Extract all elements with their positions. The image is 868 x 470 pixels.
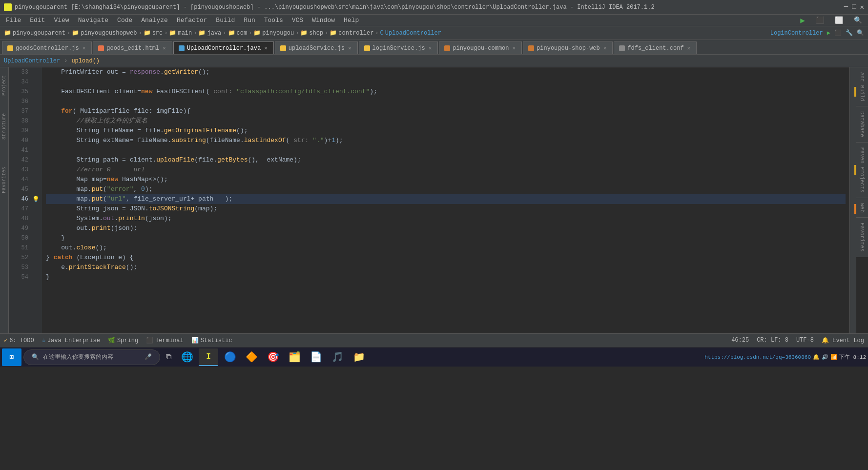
menu-tools[interactable]: Tools: [260, 16, 287, 25]
tab-pinyougou-common[interactable]: pinyougou-common ✕: [439, 41, 522, 54]
breadcrumb-shop[interactable]: 📁 shop: [300, 29, 323, 37]
line-num-40: 40: [9, 136, 28, 145]
code-line-34: [46, 77, 846, 87]
breadcrumb-search-btn[interactable]: 🔍: [857, 29, 864, 37]
project-panel-label[interactable]: Project: [1, 71, 7, 100]
code-line-37: for( MultipartFile file: imgFile){: [46, 106, 846, 116]
menu-vcs[interactable]: VCS: [288, 16, 307, 25]
toolbar-debug-icon[interactable]: ⬛: [812, 15, 828, 25]
statistic-status[interactable]: 📊 Statistic: [191, 337, 232, 344]
todo-status[interactable]: ✓ 6: TODO: [4, 337, 34, 344]
taskbar-app5[interactable]: 🗂️: [285, 348, 304, 366]
breadcrumb-class[interactable]: C UploadController: [380, 30, 441, 37]
menu-run[interactable]: Run: [240, 16, 259, 25]
scroll-area[interactable]: [849, 67, 856, 333]
ant-build-panel[interactable]: Ant Build: [856, 67, 868, 106]
breadcrumb-com[interactable]: 📁 com: [228, 29, 248, 37]
menu-file[interactable]: File: [2, 16, 25, 25]
taskbar-url[interactable]: https://blog.csdn.net/qq=36360860: [704, 354, 811, 360]
menu-build[interactable]: Build: [212, 16, 239, 25]
taskbar-app6[interactable]: 📄: [306, 348, 326, 366]
breadcrumb-src[interactable]: 📁 src: [144, 29, 163, 37]
taskbar-app7[interactable]: 🎵: [328, 348, 347, 366]
taskbar-network-icon[interactable]: 📶: [830, 354, 837, 360]
toolbar-run-icon[interactable]: ▶: [796, 15, 809, 26]
code-line-44: Map map=new HashMap<>();: [46, 175, 846, 184]
code-line-51: out.close();: [46, 243, 846, 253]
maximize-button[interactable]: □: [852, 3, 856, 11]
breadcrumb-controller[interactable]: 📁 controller: [330, 29, 373, 37]
tab-goods-controller[interactable]: goodsController.js ✕: [2, 41, 92, 54]
tab-login-service[interactable]: loginService.js ✕: [359, 41, 438, 54]
gutter-line-39: [32, 126, 42, 136]
taskbar-app4[interactable]: 🎯: [263, 348, 283, 366]
tab-close-common[interactable]: ✕: [511, 44, 517, 52]
event-log[interactable]: 🔔 Event Log: [822, 337, 864, 344]
breadcrumb-pinyougou[interactable]: 📁 pinyougou: [253, 29, 294, 37]
menu-view[interactable]: View: [50, 16, 73, 25]
task-view-button[interactable]: ⧉: [162, 348, 175, 366]
taskbar-search[interactable]: 🔍 在这里输入你要搜索的内容 🎤: [23, 349, 160, 365]
tab-close-goods[interactable]: ✕: [82, 44, 87, 52]
menu-code[interactable]: Code: [113, 16, 136, 25]
breadcrumb-run-btn[interactable]: ▶: [827, 29, 830, 37]
menu-navigate[interactable]: Navigate: [74, 16, 112, 25]
tab-close-goods-edit[interactable]: ✕: [162, 44, 167, 52]
tab-pinyougou-shop[interactable]: pinyougou-shop-web ✕: [523, 41, 613, 54]
favorites-right-panel[interactable]: Favorites: [856, 218, 868, 257]
tab-upload-controller[interactable]: UploadController.java ✕: [173, 41, 274, 54]
gutter-line-46-lightbulb[interactable]: 💡: [32, 194, 42, 204]
web-panel[interactable]: Web: [856, 198, 868, 218]
tab-goods-edit[interactable]: goods_edit.html ✕: [93, 41, 172, 54]
menu-edit[interactable]: Edit: [26, 16, 49, 25]
menu-refactor[interactable]: Refactor: [173, 16, 211, 25]
encoding[interactable]: UTF-8: [796, 337, 814, 344]
maven-projects-panel[interactable]: Maven Projects: [856, 143, 868, 198]
taskbar-app3[interactable]: 🔶: [242, 348, 261, 366]
cursor-position[interactable]: 46:25: [731, 337, 749, 344]
tab-close-upload[interactable]: ✕: [263, 44, 269, 52]
start-button[interactable]: ⊞: [2, 348, 21, 366]
database-panel[interactable]: Database: [856, 106, 868, 143]
code-line-54: }: [46, 272, 846, 282]
breadcrumb-main[interactable]: 📁 main: [169, 29, 192, 37]
breadcrumb-java[interactable]: 📁 java: [198, 29, 221, 37]
line-endings[interactable]: CR: LF: 8: [757, 337, 788, 344]
gutter-line-54: [32, 272, 42, 282]
terminal-status[interactable]: ⬛ Terminal: [146, 337, 184, 344]
taskbar-intellij-icon[interactable]: I: [199, 348, 218, 366]
tab-close-shop[interactable]: ✕: [602, 44, 608, 52]
minimize-button[interactable]: ─: [844, 3, 848, 11]
mic-icon[interactable]: 🎤: [145, 353, 152, 361]
taskbar-volume-icon[interactable]: 🔊: [822, 354, 828, 360]
code-editor[interactable]: PrintWriter out = response.getWriter(); …: [42, 67, 849, 333]
menu-window[interactable]: Window: [308, 16, 339, 25]
taskbar-chrome-icon[interactable]: 🔵: [220, 348, 240, 366]
code-line-48: System.out.println(json);: [46, 214, 846, 224]
menu-analyze[interactable]: Analyze: [137, 16, 172, 25]
java-enterprise-status[interactable]: ☕ Java Enterprise: [42, 337, 100, 344]
method-name[interactable]: upload(): [71, 58, 100, 64]
tab-close-login[interactable]: ✕: [428, 44, 433, 52]
toolbar-search-icon[interactable]: 🔍: [850, 15, 866, 25]
favorites-panel-label[interactable]: Favorites: [1, 163, 7, 197]
tab-close-fdfs[interactable]: ✕: [686, 44, 692, 52]
tab-fdfs-conf[interactable]: fdfs_client.conf ✕: [614, 41, 697, 54]
structure-panel-label[interactable]: Structure: [1, 109, 7, 143]
breadcrumb-stop-btn[interactable]: ⬛: [834, 29, 842, 37]
taskbar-edge-icon[interactable]: 🌐: [177, 348, 197, 366]
lightbulb-icon[interactable]: 💡: [32, 196, 40, 203]
spring-status[interactable]: 🌿 Spring: [108, 337, 138, 344]
breadcrumb-root[interactable]: 📁 pinyougouparent: [4, 29, 65, 37]
class-name[interactable]: UploadController: [4, 58, 60, 64]
taskbar-notification-icon[interactable]: 🔔: [813, 354, 820, 360]
breadcrumb-login-controller[interactable]: LoginController: [770, 30, 823, 37]
tab-close-upload-service[interactable]: ✕: [347, 44, 352, 52]
menu-help[interactable]: Help: [340, 16, 363, 25]
breadcrumb-build-btn[interactable]: 🔧: [846, 29, 853, 37]
breadcrumb-shopweb[interactable]: 📁 pinyougoushopweb: [72, 29, 137, 37]
toolbar-stop-icon[interactable]: ⬜: [831, 15, 847, 25]
tab-upload-service[interactable]: uploadService.js ✕: [275, 41, 358, 54]
close-button[interactable]: ✕: [860, 3, 864, 11]
taskbar-app8[interactable]: 📁: [349, 348, 369, 366]
